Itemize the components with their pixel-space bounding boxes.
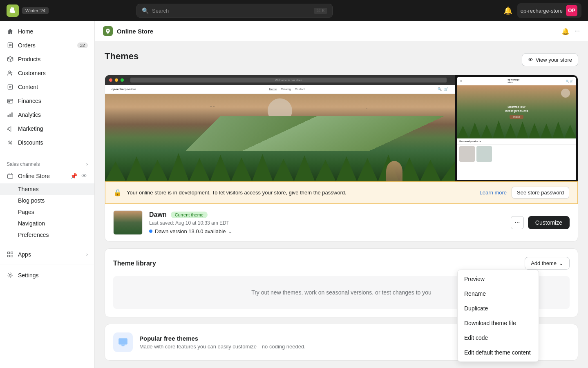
sidebar-item-home[interactable]: Home (0, 25, 94, 38)
sidebar-item-discounts[interactable]: Discounts (0, 136, 94, 149)
sidebar-divider-3 (0, 265, 94, 265)
add-theme-button[interactable]: Add theme ⌄ (525, 257, 570, 270)
orders-badge: 32 (77, 42, 88, 48)
dropdown-item-preview[interactable]: Preview (458, 272, 539, 286)
sidebar-sub-item-themes[interactable]: Themes (0, 183, 94, 195)
svg-point-22 (9, 274, 11, 277)
winter-badge: Winter '24 (22, 7, 49, 14)
sidebar-label-customers: Customers (18, 70, 46, 76)
themes-label: Themes (18, 186, 39, 192)
search-bar[interactable]: 🔍 Search ⌘ K (136, 4, 333, 18)
store-selector[interactable]: op-recharge-store OP (517, 3, 581, 18)
dropdown-item-edit-default[interactable]: Edit default theme content (458, 345, 539, 360)
dropdown-item-download[interactable]: Download theme file (458, 316, 539, 330)
popular-themes-icon (113, 332, 133, 352)
online-store-eye-btn[interactable]: 👁 (80, 172, 88, 180)
sidebar-item-content[interactable]: Content (0, 80, 94, 94)
customize-button[interactable]: Customize (528, 216, 570, 229)
sidebar-label-orders: Orders (18, 42, 36, 49)
theme-actions: ··· Customize (511, 216, 570, 229)
popular-themes-text: Popular free themes Made with core featu… (139, 335, 306, 350)
see-store-password-button[interactable]: See store password (512, 187, 569, 198)
logo-area[interactable]: Winter '24 (7, 4, 49, 17)
navigation-label: Navigation (18, 220, 45, 227)
sidebar-divider (0, 153, 94, 153)
products-icon (7, 56, 14, 63)
sales-channels-label: Sales channels › (0, 156, 94, 169)
svg-point-14 (9, 141, 10, 142)
sidebar-item-customers[interactable]: Customers (0, 66, 94, 80)
theme-saved-text: Last saved: Aug 10 at 10:33 am EDT (149, 220, 504, 226)
sidebar-item-settings[interactable]: Settings (0, 268, 94, 282)
page-header: Online Store 🔔 ··· (95, 21, 588, 41)
more-actions-button[interactable]: ··· (511, 216, 524, 229)
svg-rect-12 (9, 114, 10, 117)
blog-posts-label: Blog posts (18, 197, 45, 204)
sidebar-sub-item-preferences[interactable]: Preferences (0, 229, 94, 241)
svg-rect-13 (11, 112, 12, 117)
svg-rect-17 (8, 174, 13, 178)
themes-title-row: Themes 👁 View your store (105, 51, 578, 68)
online-store-header-icon (103, 26, 113, 36)
sidebar-item-online-store[interactable]: Online Store 📌 👁 (0, 169, 94, 183)
mobile-preview: ☰ op-recharge-store 🔍 🛒 (455, 75, 578, 181)
page-header-title: Online Store (117, 28, 153, 35)
svg-rect-25 (122, 346, 125, 346)
finances-icon (7, 97, 14, 105)
sidebar-item-marketing[interactable]: Marketing (0, 122, 94, 136)
page-bell-icon[interactable]: 🔔 (561, 27, 570, 35)
store-avatar: OP (566, 5, 577, 16)
add-theme-chevron: ⌄ (559, 260, 563, 266)
theme-version[interactable]: Dawn version 13.0.0 available ⌄ (149, 228, 504, 234)
sidebar-item-finances[interactable]: Finances (0, 94, 94, 108)
online-store-pin-btn[interactable]: 📌 (69, 172, 78, 180)
svg-rect-5 (8, 85, 12, 89)
svg-point-15 (11, 143, 12, 144)
dropdown-item-duplicate[interactable]: Duplicate (458, 301, 539, 316)
page-more-icon[interactable]: ··· (575, 27, 580, 35)
add-theme-label: Add theme (531, 260, 557, 266)
theme-library-title: Theme library (113, 260, 156, 267)
top-navigation: Winter '24 🔍 Search ⌘ K 🔔 op-recharge-st… (0, 0, 588, 21)
online-store-icon (7, 172, 14, 180)
search-icon: 🔍 (142, 7, 149, 14)
svg-rect-8 (8, 99, 13, 103)
sidebar-item-products[interactable]: Products (0, 52, 94, 66)
sidebar-sub-item-navigation[interactable]: Navigation (0, 218, 94, 229)
learn-more-link[interactable]: Learn more (480, 190, 507, 196)
dropdown-item-rename[interactable]: Rename (458, 286, 539, 301)
svg-rect-20 (8, 255, 10, 257)
theme-info-row: Dawn Current theme Last saved: Aug 10 at… (105, 204, 578, 241)
sidebar-item-apps[interactable]: Apps › (0, 248, 94, 261)
settings-label: Settings (18, 272, 39, 279)
content-icon (7, 83, 14, 91)
dropdown-item-edit-code[interactable]: Edit code (458, 330, 539, 345)
notification-icon[interactable]: 🔔 (503, 6, 512, 15)
sidebar-label-products: Products (18, 56, 40, 62)
discounts-icon (7, 139, 14, 146)
theme-name: Dawn (149, 211, 167, 219)
apps-icon (7, 251, 14, 258)
popular-themes-title: Popular free themes (139, 335, 306, 342)
sidebar-item-analytics[interactable]: Analytics (0, 108, 94, 122)
view-store-button[interactable]: 👁 View your store (522, 54, 578, 66)
page-header-right: 🔔 ··· (561, 27, 580, 35)
sidebar: Home Orders 32 Products Customers (0, 21, 95, 368)
sidebar-label-finances: Finances (18, 98, 41, 104)
svg-rect-18 (8, 252, 10, 254)
settings-icon (7, 272, 14, 279)
svg-line-16 (9, 141, 12, 144)
page-title: Themes (105, 51, 139, 62)
sidebar-item-orders[interactable]: Orders 32 (0, 38, 94, 52)
desktop-preview: Welcome to our store op-recharge-store H… (105, 75, 455, 181)
home-icon (7, 28, 14, 35)
sidebar-sub-item-pages[interactable]: Pages (0, 206, 94, 218)
theme-library-header: Theme library Add theme ⌄ (113, 257, 570, 270)
dropdown-menu: Preview Rename Duplicate Download theme … (457, 270, 539, 362)
sales-channels-chevron[interactable]: › (86, 161, 88, 167)
shopify-logo (7, 4, 19, 17)
customers-icon (7, 69, 14, 77)
sidebar-sub-item-blog-posts[interactable]: Blog posts (0, 195, 94, 206)
orders-icon (7, 42, 14, 49)
svg-rect-10 (9, 102, 9, 103)
